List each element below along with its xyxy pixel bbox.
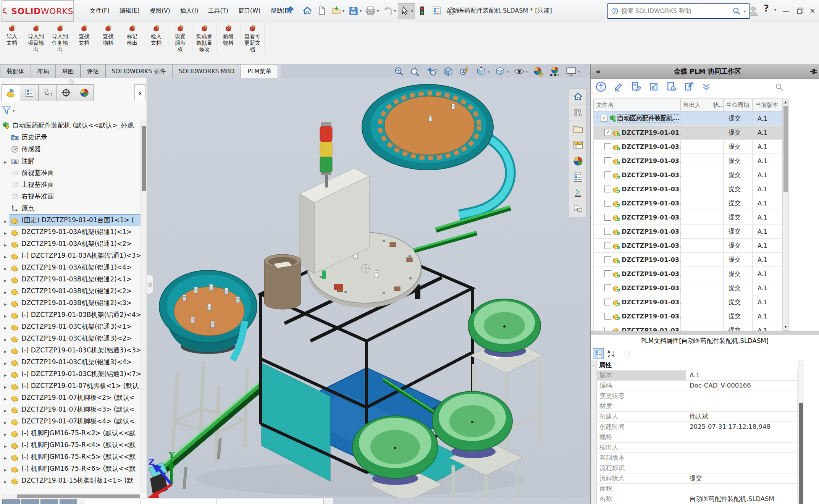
expand-arrow-icon[interactable] [4, 453, 7, 461]
dropdown-caret-icon[interactable]: ▾ [360, 9, 362, 13]
previous-view-button[interactable] [426, 66, 438, 77]
row-checkbox[interactable] [604, 186, 611, 192]
tree-item[interactable]: (-) 机脚FJGM16-75-R<5> (默认<<默 [1, 451, 141, 463]
property-row[interactable]: 规格 [591, 432, 804, 443]
dropdown-caret-icon[interactable]: ▾ [488, 69, 489, 74]
table-row[interactable]: DZCTZP19-01-03...提交A.1 [594, 239, 783, 253]
tree-item[interactable]: DZCTZP19-01-03B机架(铝通2)<3> [1, 297, 141, 309]
plm-command-查找[interactable]: 查找 文档 [72, 23, 96, 47]
panel-splitter-handle[interactable] [147, 275, 153, 294]
manager-tab-displaymanager[interactable] [75, 84, 94, 101]
print-button[interactable]: ▾ [363, 3, 381, 19]
property-group-row[interactable]: ›属性 [591, 360, 804, 370]
property-row[interactable]: 创建时间2025-07-31 17:12:18.948 [591, 422, 804, 432]
check-in-button[interactable] [648, 81, 659, 92]
expand-arrow-icon[interactable] [4, 430, 7, 437]
dropdown-caret-icon[interactable]: ▾ [342, 9, 344, 13]
expand-arrow-icon[interactable] [4, 276, 7, 283]
expand-arrow[interactable] [1, 216, 10, 224]
plm-command-查找[interactable]: 查找 物料 [96, 23, 120, 47]
save-button[interactable]: ▾ [346, 3, 363, 19]
manager-tab-configurationmanager[interactable] [39, 84, 57, 101]
row-checkbox[interactable] [604, 256, 611, 263]
panel-splitter[interactable] [591, 331, 819, 334]
tree-item[interactable]: DZCTZP19-01-03A机架(铝通1)<1> [1, 226, 141, 238]
undo-button[interactable]: ▾ [381, 3, 398, 19]
table-row[interactable]: DZCTZP19-01-03...提交A.1 [594, 295, 783, 309]
expand-arrow-icon[interactable] [4, 311, 7, 319]
new-document-button[interactable] [315, 3, 329, 19]
edit-button[interactable] [613, 81, 624, 92]
plm-command-查看可[interactable]: 查看可 更新文 档 [241, 23, 265, 53]
search-caret-icon[interactable]: ▾ [744, 9, 746, 13]
tree-item[interactable]: 自动医药配件装配机 (默认<<默认>_外观 [1, 120, 141, 131]
dropdown-caret-icon[interactable]: ▾ [526, 69, 528, 74]
motion-study-tab[interactable] [216, 499, 324, 504]
plm-command-标记[interactable]: 标记 检出 [120, 23, 144, 47]
expand-arrow[interactable] [1, 264, 10, 271]
expand-arrow[interactable] [1, 335, 10, 342]
property-row[interactable]: 名称自动医药配件装配机.SLDASM [591, 494, 804, 504]
expand-arrow-icon[interactable] [4, 288, 7, 295]
view-settings-button[interactable]: ▾ [565, 66, 580, 77]
tree-item[interactable]: DZCTZP19-01-03C机架(铝通3)<1> [1, 321, 141, 333]
row-checkbox[interactable] [604, 157, 611, 164]
model-tab[interactable] [85, 499, 141, 504]
apply-scene-button[interactable] [549, 66, 561, 77]
tree-item[interactable]: DZCTZP19-01-03A机架(铝通1)<4> [1, 262, 141, 273]
plm-command-集成参[interactable]: 集成参 数批量 修改 [192, 23, 216, 53]
tree-item[interactable]: (-) DZCTZP19-01-03B机架(铝通2)<4> [1, 309, 141, 321]
expand-arrow[interactable] [1, 323, 10, 331]
expand-arrow-icon[interactable] [4, 216, 7, 224]
property-row[interactable]: 编码Doc-CAD_V-000166 [591, 381, 804, 391]
manager-tab-featuremanager[interactable] [2, 84, 20, 101]
property-row[interactable]: 版本A.1 [591, 370, 804, 381]
tree-item[interactable]: (固定) DZCTZP19-01-01台面1<1> ( [1, 214, 141, 226]
user-account-icon[interactable] [748, 5, 759, 16]
tab-布局[interactable]: 布局 [31, 64, 56, 78]
taskpane-tab-design-library[interactable] [569, 105, 587, 121]
table-row[interactable]: DZCTZP19-01-03...提交A.1 [594, 210, 783, 225]
scroll-up-icon[interactable]: ▲ [783, 99, 788, 105]
taskpane-tab-view-palette[interactable] [569, 137, 587, 153]
property-row[interactable]: 流程状态提交 [591, 473, 804, 484]
tree-item[interactable]: (-) DZCTZP19-01-03C机架(铝通3)<3> [1, 344, 141, 356]
plm-command-导入到[interactable]: 导入到 项目输 出 [24, 23, 48, 53]
menu-item[interactable]: 插入(I) [175, 0, 204, 21]
taskpane-tab-file-explorer[interactable] [569, 121, 587, 137]
dropdown-caret-icon[interactable]: ▾ [377, 9, 379, 13]
plm-command-新增[interactable]: 新增 物料 [216, 23, 241, 47]
expand-arrow[interactable] [1, 359, 10, 366]
tree-item[interactable]: DZCTZP19-01-03C机架(铝通3)<4> [1, 356, 141, 368]
dropdown-caret-icon[interactable]: ▾ [507, 69, 509, 74]
expand-arrow[interactable] [1, 382, 10, 390]
expand-arrow-icon[interactable] [4, 382, 7, 390]
tree-item[interactable]: DZCTZP19-01-03B机架(铝通2)<1> [1, 273, 141, 285]
scrollbar-thumb[interactable] [799, 403, 803, 504]
pane-button[interactable] [2, 499, 20, 504]
dropdown-caret-icon[interactable]: ▾ [411, 9, 413, 13]
table-row[interactable]: DZCTZP19-01-03...提交A.1 [594, 140, 783, 154]
expand-chevron-icon[interactable]: › [595, 116, 599, 121]
table-row[interactable]: DZCTZP19-01-03...提交A.1 [594, 253, 783, 267]
row-checkbox[interactable] [604, 242, 611, 249]
expand-arrow[interactable] [1, 418, 10, 425]
row-checkbox[interactable] [604, 313, 611, 320]
graphics-viewport[interactable]: Y Z X [147, 78, 590, 504]
expand-arrow-icon[interactable] [4, 441, 7, 449]
close-button[interactable]: ✕ [806, 5, 819, 17]
expand-arrow[interactable] [1, 370, 10, 378]
column-header[interactable]: 检出人 [681, 99, 710, 111]
table-row[interactable]: DZCTZP19-01-03...提交A.1 [594, 196, 783, 210]
tree-item[interactable]: (-) 机脚FJGM16-75-R<6> (默认<<默 [1, 463, 141, 475]
column-header[interactable]: 文件名 [594, 99, 681, 111]
section-view-button[interactable] [443, 66, 454, 77]
table-row[interactable]: DZCTZP19-01-03...提交A.1 [594, 154, 783, 168]
pane-button[interactable] [40, 499, 58, 504]
tab-装配体[interactable]: 装配体 [0, 64, 31, 78]
plm-command-设置[interactable]: 设置 拥有 权 [168, 23, 192, 53]
property-row[interactable]: 变更状态 [591, 391, 804, 401]
row-checkbox[interactable] [604, 327, 611, 331]
expand-more-button[interactable] [701, 81, 712, 92]
expand-arrow[interactable] [1, 430, 10, 437]
